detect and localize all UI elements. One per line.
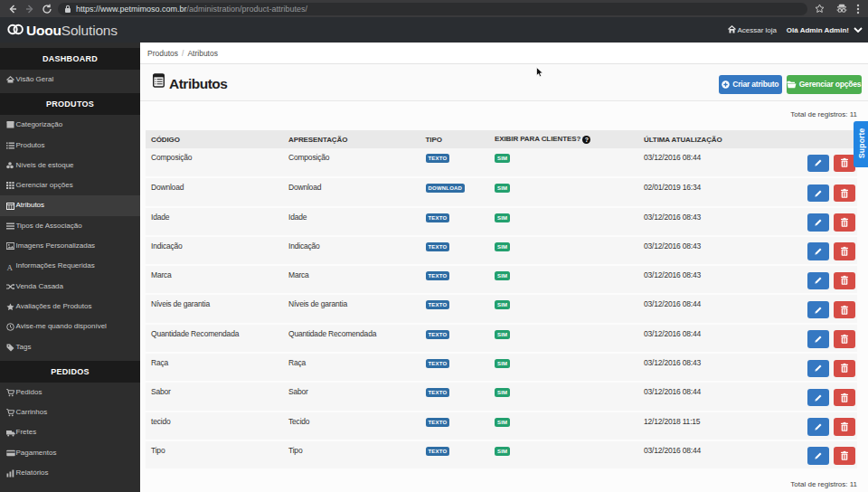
svg-text:A: A (7, 263, 14, 270)
